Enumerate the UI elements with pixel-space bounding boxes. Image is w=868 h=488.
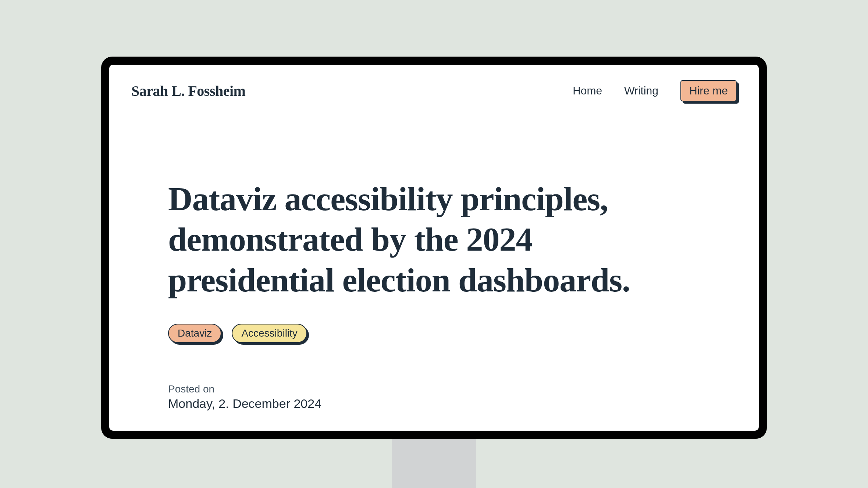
monitor-stand <box>392 437 476 488</box>
article-title: Dataviz accessibility principles, demons… <box>168 179 646 300</box>
tag-dataviz[interactable]: Dataviz <box>168 324 221 343</box>
tag-label: Accessibility <box>232 324 307 343</box>
site-header: Sarah L. Fossheim Home Writing Hire me <box>109 65 759 101</box>
monitor-bezel: Sarah L. Fossheim Home Writing Hire me D… <box>101 57 767 439</box>
site-brand[interactable]: Sarah L. Fossheim <box>131 82 245 100</box>
article: Dataviz accessibility principles, demons… <box>109 101 759 411</box>
posted-meta: Posted on Monday, 2. December 2024 <box>168 383 700 411</box>
nav-writing[interactable]: Writing <box>624 85 658 97</box>
posted-label: Posted on <box>168 383 700 395</box>
screen: Sarah L. Fossheim Home Writing Hire me D… <box>109 65 759 431</box>
tag-list: Dataviz Accessibility <box>168 324 700 343</box>
nav-home[interactable]: Home <box>573 85 602 97</box>
primary-nav: Home Writing Hire me <box>573 80 737 101</box>
hire-button-wrap: Hire me <box>680 80 737 101</box>
hire-button[interactable]: Hire me <box>680 80 737 101</box>
posted-date: Monday, 2. December 2024 <box>168 396 700 411</box>
tag-accessibility[interactable]: Accessibility <box>232 324 307 343</box>
tag-label: Dataviz <box>168 324 221 343</box>
